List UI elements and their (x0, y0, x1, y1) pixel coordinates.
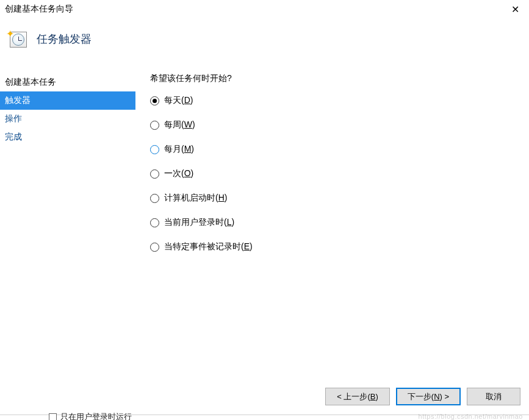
close-icon[interactable]: ✕ (506, 4, 524, 15)
trigger-option-2[interactable]: 每月(M) (150, 144, 529, 155)
trigger-option-label: 计算机启动时(H) (164, 193, 227, 204)
sidebar-item-0[interactable]: 创建基本任务 (0, 73, 135, 91)
sidebar-item-2[interactable]: 操作 (0, 110, 135, 128)
trigger-question: 希望该任务何时开始? (150, 73, 529, 84)
trigger-option-label: 一次(O) (164, 168, 193, 179)
page-title: 任务触发器 (37, 32, 92, 46)
partial-checkbox-icon (49, 413, 57, 421)
sidebar-item-1[interactable]: 触发器 (0, 91, 135, 110)
next-label-post: ) > (440, 392, 450, 401)
titlebar: 创建基本任务向导 ✕ (0, 0, 529, 18)
trigger-option-label: 每月(M) (164, 144, 194, 155)
header-clock-icon: ✦ (7, 29, 28, 49)
trigger-option-4[interactable]: 计算机启动时(H) (150, 193, 529, 204)
wizard-sidebar: 创建基本任务触发器操作完成 (0, 69, 135, 376)
radio-icon (150, 194, 159, 203)
trigger-option-label: 当前用户登录时(L) (164, 217, 234, 228)
trigger-option-0[interactable]: 每天(D) (150, 95, 529, 106)
trigger-option-label: 当特定事件被记录时(E) (164, 241, 253, 252)
back-button[interactable]: < 上一步(B) (325, 388, 390, 405)
partial-cut-label: 只在用户登录时运行 (60, 411, 132, 420)
radio-icon (150, 218, 159, 227)
wizard-header: ✦ 任务触发器 (0, 18, 529, 69)
trigger-option-label: 每天(D) (164, 95, 193, 106)
next-label-pre: 下一步( (408, 392, 434, 401)
sidebar-item-3[interactable]: 完成 (0, 128, 135, 146)
trigger-option-6[interactable]: 当特定事件被记录时(E) (150, 241, 529, 252)
radio-icon (150, 243, 159, 252)
partial-cut-row: 只在用户登录时运行 (49, 411, 132, 420)
watermark-text: https://blog.csdn.net/marvinmao (419, 413, 523, 420)
window-title: 创建基本任务向导 (5, 4, 73, 15)
radio-icon (150, 96, 159, 105)
wizard-body: 创建基本任务触发器操作完成 希望该任务何时开始? 每天(D)每周(W)每月(M)… (0, 69, 529, 376)
back-label-pre: < 上一步( (337, 392, 370, 401)
radio-icon (150, 121, 159, 130)
next-button[interactable]: 下一步(N) > (396, 388, 461, 405)
radio-icon (150, 169, 159, 179)
radio-icon (150, 145, 159, 154)
wizard-footer: < 上一步(B) 下一步(N) > 取消 (325, 388, 520, 405)
trigger-option-3[interactable]: 一次(O) (150, 168, 529, 179)
wizard-content: 希望该任务何时开始? 每天(D)每周(W)每月(M)一次(O)计算机启动时(H)… (135, 69, 529, 376)
back-label-post: ) (375, 392, 378, 401)
trigger-option-list: 每天(D)每周(W)每月(M)一次(O)计算机启动时(H)当前用户登录时(L)当… (150, 95, 529, 252)
trigger-option-1[interactable]: 每周(W) (150, 119, 529, 130)
next-label-u: N (434, 392, 439, 401)
trigger-option-label: 每周(W) (164, 119, 195, 130)
cancel-button[interactable]: 取消 (467, 388, 520, 405)
trigger-option-5[interactable]: 当前用户登录时(L) (150, 217, 529, 228)
